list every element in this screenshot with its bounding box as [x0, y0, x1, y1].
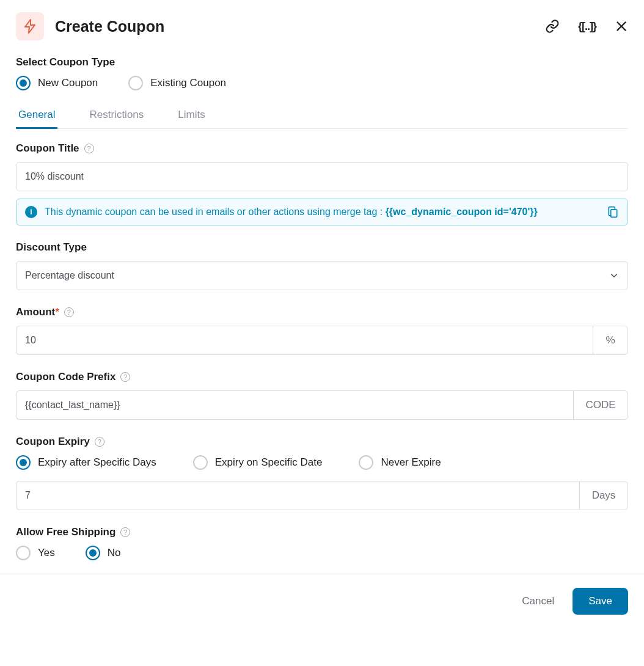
help-icon[interactable]: ? [120, 372, 130, 382]
coupon-expiry-label: Coupon Expiry ? [16, 436, 628, 448]
form-tabs: General Restrictions Limits [16, 104, 628, 129]
coupon-prefix-label: Coupon Code Prefix ? [16, 371, 628, 383]
expiry-after-days-option[interactable]: Expiry after Specific Days [16, 455, 156, 470]
flash-icon [23, 18, 37, 34]
help-icon[interactable]: ? [95, 437, 104, 447]
link-icon [545, 19, 560, 34]
amount-input[interactable] [16, 326, 593, 355]
required-indicator: * [55, 306, 59, 318]
dialog-header: Create Coupon {[..]} [16, 12, 628, 40]
free-shipping-radio-group: Yes No [16, 546, 628, 560]
expiry-never-option[interactable]: Never Expire [359, 455, 441, 470]
cancel-button[interactable]: Cancel [517, 589, 559, 613]
radio-selected-icon [16, 455, 31, 470]
info-text: This dynamic coupon can be used in email… [45, 207, 599, 218]
radio-label: Expiry on Specific Date [215, 456, 323, 469]
radio-label: Expiry after Specific Days [38, 456, 156, 469]
tab-restrictions[interactable]: Restrictions [87, 104, 146, 129]
radio-selected-icon [16, 76, 31, 90]
coupon-title-label: Coupon Title ? [16, 142, 628, 155]
link-button[interactable] [545, 19, 560, 34]
coupon-type-label: Select Coupon Type [16, 56, 628, 68]
expiry-days-input[interactable] [16, 481, 579, 510]
select-value: Percentage discount [25, 270, 114, 281]
help-icon[interactable]: ? [64, 307, 74, 317]
copy-merge-tag-button[interactable] [607, 205, 619, 219]
coupon-type-existing[interactable]: Existing Coupon [128, 76, 226, 90]
radio-unselected-icon [16, 546, 31, 560]
close-icon [615, 20, 628, 33]
svg-rect-3 [611, 210, 617, 218]
radio-selected-icon [86, 546, 100, 560]
coupon-title-input[interactable] [16, 162, 628, 191]
label-text: Amount [16, 306, 55, 318]
free-shipping-label: Allow Free Shipping ? [16, 526, 628, 538]
radio-unselected-icon [128, 76, 143, 90]
svg-marker-0 [25, 20, 35, 33]
label-text: Allow Free Shipping [16, 526, 115, 538]
copy-icon [607, 205, 619, 219]
merge-tags-icon: {[..]} [578, 20, 596, 33]
radio-label: No [108, 547, 121, 559]
flash-icon-badge [16, 12, 44, 40]
label-text: Coupon Code Prefix [16, 371, 115, 383]
discount-type-label: Discount Type [16, 241, 628, 254]
radio-unselected-icon [193, 455, 208, 470]
coupon-type-radio-group: New Coupon Existing Coupon [16, 76, 628, 90]
discount-type-select[interactable]: Percentage discount [16, 261, 628, 290]
label-text: Coupon Title [16, 142, 79, 155]
save-button[interactable]: Save [573, 588, 628, 615]
dialog-footer: Cancel Save [0, 574, 644, 628]
expiry-days-suffix: Days [579, 481, 628, 510]
expiry-on-date-option[interactable]: Expiry on Specific Date [193, 455, 323, 470]
tab-limits[interactable]: Limits [175, 104, 207, 129]
free-shipping-yes[interactable]: Yes [16, 546, 55, 560]
coupon-prefix-suffix: CODE [573, 390, 628, 420]
radio-label: Never Expire [381, 456, 441, 469]
tab-general[interactable]: General [16, 104, 57, 129]
amount-label: Amount* ? [16, 306, 628, 318]
amount-suffix: % [593, 326, 628, 355]
radio-label: Existing Coupon [150, 77, 226, 89]
merge-tag-info: i This dynamic coupon can be used in ema… [16, 199, 628, 225]
radio-unselected-icon [359, 455, 373, 470]
help-icon[interactable]: ? [120, 527, 130, 537]
info-icon: i [25, 206, 37, 218]
coupon-type-new[interactable]: New Coupon [16, 76, 98, 90]
dialog-title: Create Coupon [55, 18, 545, 35]
label-text: Coupon Expiry [16, 436, 90, 448]
close-button[interactable] [615, 20, 628, 33]
coupon-prefix-input[interactable] [16, 390, 573, 420]
coupon-expiry-radio-group: Expiry after Specific Days Expiry on Spe… [16, 455, 628, 470]
radio-label: New Coupon [38, 77, 98, 89]
info-merge-tag: {{wc_dynamic_coupon id='470'}} [386, 207, 538, 217]
radio-label: Yes [38, 547, 55, 559]
merge-tags-button[interactable]: {[..]} [578, 20, 596, 33]
help-icon[interactable]: ? [84, 144, 94, 153]
free-shipping-no[interactable]: No [86, 546, 121, 560]
info-prefix: This dynamic coupon can be used in email… [45, 207, 386, 217]
